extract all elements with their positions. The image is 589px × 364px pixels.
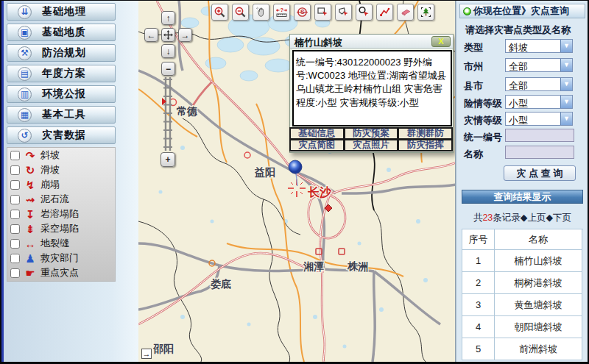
- pan-down-button[interactable]: ↓: [161, 44, 175, 58]
- corner-arrow-icon: →: [143, 349, 151, 358]
- city-select-value: 全部: [509, 60, 528, 74]
- scale-circle-icon: S: [296, 6, 308, 18]
- chevron-down-icon: ▼: [560, 59, 572, 71]
- next-page-link[interactable]: ◆下页: [546, 213, 571, 223]
- popup-basic-info-button[interactable]: 基础信息: [289, 127, 345, 140]
- collapse-icon: ↯: [20, 179, 40, 190]
- layer-label: 崩塌: [40, 178, 60, 191]
- svg-text:S: S: [300, 8, 305, 15]
- name-input[interactable]: [505, 146, 574, 159]
- layer-row-mining-collapse: ⇟ 采空塌陷: [7, 221, 115, 236]
- chevron-down-icon: ▼: [560, 113, 572, 125]
- disaster-level-select[interactable]: 小型 ▼: [505, 112, 573, 126]
- layer-checkbox-slope[interactable]: [10, 151, 20, 160]
- city-label-changde: 常德: [176, 105, 197, 117]
- eraser-button[interactable]: [397, 4, 414, 21]
- layer-checkbox-ground-fissure[interactable]: [10, 239, 20, 249]
- table-row[interactable]: 4 朝阳塘斜坡: [462, 316, 583, 338]
- field-label-name: 名称: [464, 148, 504, 161]
- zoom-out-button[interactable]: [232, 4, 249, 21]
- row-no: 2: [462, 272, 495, 294]
- sidebar-item-basic-geology[interactable]: ▣ 基础地质: [7, 24, 116, 41]
- layer-checkbox-key-disaster-point[interactable]: [10, 268, 20, 278]
- disaster-query-button[interactable]: 灾 点 查 询: [504, 165, 576, 181]
- layer-row-karst-collapse: ↧ 岩溶塌陷: [7, 207, 115, 221]
- popup-command-button[interactable]: 防灾指挥: [398, 139, 453, 151]
- column-header-no: 序号: [462, 229, 495, 250]
- type-select[interactable]: 斜坡 ▼: [505, 39, 573, 53]
- arrow-down-icon: ↓: [166, 47, 171, 56]
- layer-checkbox-mining-collapse[interactable]: [10, 224, 20, 234]
- ground-fissure-icon: ↔: [20, 238, 40, 249]
- table-row[interactable]: 3 黄鱼塘斜坡: [462, 294, 583, 316]
- row-name: 桐树港斜坡: [495, 272, 582, 294]
- rect-select-button[interactable]: [314, 4, 331, 21]
- app-frame: ⇊ 基础地理 ▣ 基础地质 ⚒ 防治规划 ▤ 年度方案 ▥ 环境公报 ▦ 基本工…: [1, 1, 588, 362]
- zoom-in-step-button[interactable]: +: [161, 152, 175, 167]
- rect-select-icon: [317, 6, 329, 18]
- risk-level-select[interactable]: 小型 ▼: [505, 95, 573, 109]
- sidebar-item-annual-plan[interactable]: ▤ 年度方案: [7, 65, 116, 82]
- sidebar-item-label: 年度方案: [42, 67, 86, 80]
- pan-up-button[interactable]: ↑: [161, 11, 175, 25]
- zoom-out-icon: [234, 6, 247, 18]
- table-row[interactable]: 1 楠竹山斜坡: [462, 250, 583, 272]
- city-select[interactable]: 全部 ▼: [505, 58, 573, 72]
- data-refresh-icon: ↺: [18, 129, 32, 143]
- zoom-in-icon: [214, 6, 226, 18]
- sidebar-item-label: 基本工具: [42, 108, 86, 121]
- row-name: 楠竹山斜坡: [495, 250, 582, 272]
- draw-line-button[interactable]: [376, 4, 393, 21]
- circle-select-button[interactable]: [356, 4, 373, 21]
- popup-button-bar: 基础信息 防灾预案 群测群防 灾点简图 灾点照片 防灾指挥: [290, 128, 453, 151]
- popup-site-sketch-button[interactable]: 灾点简图: [289, 139, 345, 151]
- arrow-up-icon: ↑: [166, 14, 171, 23]
- zoom-slider[interactable]: [162, 77, 174, 151]
- sidebar: ⇊ 基础地理 ▣ 基础地质 ⚒ 防治规划 ▤ 年度方案 ▥ 环境公报 ▦ 基本工…: [4, 1, 138, 362]
- popup-group-monitoring-button[interactable]: 群测群防: [398, 127, 453, 140]
- layer-label: 采空塌陷: [40, 222, 79, 235]
- unified-id-input[interactable]: [505, 129, 574, 142]
- map-corner-arrow-button[interactable]: →: [141, 349, 152, 359]
- measure-distance-button[interactable]: ?: [273, 4, 290, 21]
- landslide-icon: ↻: [20, 165, 40, 176]
- popup-close-button[interactable]: X: [431, 36, 451, 47]
- full-extent-button[interactable]: [417, 4, 434, 21]
- county-select[interactable]: 全部 ▼: [505, 77, 573, 91]
- query-panel: 你现在位置》 灾点查询 请选择灾害点类型及名称 类型 斜坡 ▼ 市州 全部 ▼ …: [456, 1, 588, 362]
- layer-label: 重点灾点: [40, 266, 79, 279]
- pan-left-button[interactable]: ←: [144, 28, 158, 42]
- sidebar-item-environment-bulletin[interactable]: ▥ 环境公报: [7, 85, 116, 103]
- layer-label: 岩溶塌陷: [40, 207, 79, 221]
- zoom-in-button[interactable]: [211, 4, 228, 21]
- map-canvas[interactable]: 常德 益阳 湘潭 株洲 娄底 邵阳 长沙: [138, 1, 456, 362]
- layer-checkbox-rescue-dept[interactable]: [10, 254, 20, 263]
- sidebar-item-basic-geography[interactable]: ⇊ 基础地理: [7, 3, 116, 21]
- table-row[interactable]: 2 桐树港斜坡: [462, 272, 583, 294]
- pan-button[interactable]: [253, 4, 269, 21]
- results-count-line: 共23条记录◆上页◆下页: [456, 212, 588, 224]
- pan-center-button[interactable]: [161, 28, 175, 42]
- popup-prevention-plan-button[interactable]: 防灾预案: [344, 127, 399, 140]
- layer-checkbox-karst-collapse[interactable]: [10, 210, 20, 219]
- field-label-type: 类型: [464, 41, 504, 54]
- layer-row-ground-fissure: ↔ 地裂缝: [7, 236, 115, 251]
- layer-checkbox-collapse[interactable]: [10, 180, 20, 190]
- table-header-row: 序号 名称: [462, 229, 583, 250]
- scale-button[interactable]: S: [294, 4, 311, 21]
- table-row[interactable]: 5 前洲斜坡: [462, 338, 583, 360]
- layer-checkbox-landslide[interactable]: [10, 165, 20, 175]
- zoom-slider-ladder: [162, 77, 174, 151]
- prev-page-link[interactable]: ◆上页: [521, 213, 546, 223]
- field-label-risk-level: 险情等级: [464, 97, 504, 110]
- zoom-out-step-button[interactable]: −: [161, 62, 175, 76]
- field-label-county: 县市: [464, 79, 504, 93]
- pan-right-button[interactable]: →: [178, 28, 192, 42]
- sidebar-item-label: 防治规划: [42, 46, 86, 60]
- layer-checkbox-debris-flow[interactable]: [10, 195, 20, 204]
- sidebar-item-disaster-data[interactable]: ↺ 灾害数据: [7, 126, 116, 144]
- popup-site-photo-button[interactable]: 灾点照片: [344, 139, 399, 151]
- sidebar-item-basic-tools[interactable]: ▦ 基本工具: [7, 106, 116, 124]
- sidebar-item-prevention-planning[interactable]: ⚒ 防治规划: [7, 44, 116, 62]
- polygon-select-button[interactable]: [335, 4, 352, 21]
